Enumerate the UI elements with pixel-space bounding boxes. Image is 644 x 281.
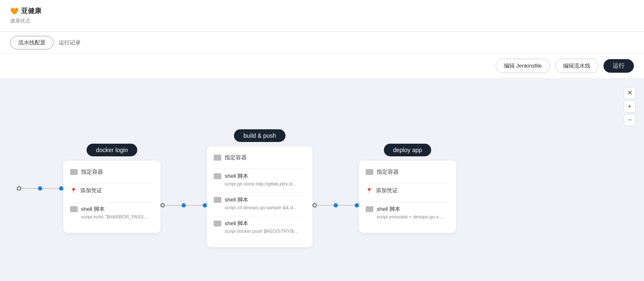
health-status: 健康状态 [10, 17, 634, 25]
conn-dot-m1-1 [160, 203, 165, 207]
conn-line-m1-2 [186, 205, 203, 206]
step-container-3-label: 指定容器 [377, 168, 399, 176]
step-shell-5-label: shell 脚本 [377, 205, 400, 213]
middle-connector-2 [312, 203, 359, 207]
conn-dot-m2-1 [312, 203, 317, 207]
left-connector [17, 186, 63, 191]
connector-dot-end [59, 186, 63, 191]
tabs-bar: 流水线配置 运行记录 [0, 32, 644, 54]
step-shell-3-script: script cd devops-go-sample && d... [214, 205, 306, 210]
conn-dot-m2-3 [355, 203, 359, 207]
workspace-header: 编辑 Jenkinsfile 编辑流水线 运行 [0, 54, 644, 79]
divider-7 [366, 202, 449, 202]
heart-icon: 🧡 [10, 7, 19, 15]
step-shell-3-label: shell 脚本 [225, 196, 248, 204]
step-credential-2: 📍 添加凭证 [366, 187, 449, 196]
zoom-out-button[interactable]: − [624, 114, 636, 126]
conn-dot-m2-2 [334, 203, 338, 207]
connector-dot-start [17, 186, 21, 191]
step-shell-1: shell 脚本 script echo "$HARBOR_PASS... [70, 205, 154, 219]
step-shell-3: shell 脚本 script cd devops-go-sample && d… [214, 196, 306, 210]
step-credential-1-label: 添加凭证 [80, 187, 102, 194]
pipeline-canvas: ✕ + − docker login 指定容器 [0, 79, 644, 281]
stage-build-push: build & push 指定容器 shell 脚本 script [207, 129, 312, 247]
tab-pipeline-config[interactable]: 流水线配置 [10, 36, 54, 49]
step-shell-4-script: script docker push $REGISTRY/$... [214, 229, 306, 234]
terminal-icon-6 [214, 221, 221, 226]
step-container-2-label: 指定容器 [225, 154, 247, 161]
conn-line-m2-1 [317, 205, 334, 206]
terminal-icon-2 [70, 206, 78, 212]
divider-1 [70, 183, 154, 183]
step-shell-1-label: shell 脚本 [81, 205, 105, 213]
connector-line-2 [42, 188, 59, 189]
conn-line-m2-2 [338, 205, 355, 206]
step-shell-4-label: shell 脚本 [225, 220, 248, 227]
edit-pipeline-button[interactable]: 编辑流水线 [555, 59, 598, 73]
stage-deploy-app-card: 指定容器 📍 添加凭证 shell 脚本 [359, 161, 456, 233]
conn-dot-m1-3 [203, 203, 207, 207]
terminal-icon-8 [366, 206, 373, 212]
zoom-in-button[interactable]: + [624, 101, 636, 112]
step-shell-2: shell 脚本 script git clone http://gitlab.… [214, 172, 306, 186]
divider-6 [366, 183, 449, 183]
step-container-2: 指定容器 [214, 154, 306, 163]
step-shell-2-label: shell 脚本 [225, 172, 248, 180]
stage-build-push-card: 指定容器 shell 脚本 script git clone http://gi… [207, 146, 312, 247]
title-text: 亚健康 [21, 7, 41, 16]
terminal-icon-5 [214, 197, 221, 203]
pin-icon-2: 📍 [366, 188, 372, 194]
divider-5 [214, 216, 306, 216]
divider-2 [70, 202, 154, 202]
step-credential-2-label: 添加凭证 [376, 187, 398, 194]
step-shell-2-script: script git clone http://gitlab.jdzx.lo..… [214, 181, 306, 186]
terminal-icon-4 [214, 173, 221, 179]
terminal-icon-3 [214, 155, 221, 161]
pipeline-row: docker login 指定容器 📍 添加凭证 [17, 129, 456, 247]
divider-4 [214, 192, 306, 193]
zoom-close-button[interactable]: ✕ [624, 87, 636, 99]
step-container-3: 指定容器 [366, 168, 449, 177]
edit-jenkinsfile-button[interactable]: 编辑 Jenkinsfile [496, 59, 550, 73]
middle-connector-1 [160, 203, 207, 207]
tab-run-log[interactable]: 运行记录 [57, 36, 82, 49]
stage-docker-login-label[interactable]: docker login [87, 144, 137, 156]
conn-dot-m1-2 [182, 203, 186, 207]
connector-line-1 [21, 188, 38, 189]
terminal-icon-1 [70, 169, 78, 175]
connector-dot-middle [38, 186, 42, 191]
stage-deploy-app: deploy app 指定容器 📍 添加凭证 [359, 144, 456, 233]
page-header: 🧡 亚健康 健康状态 [0, 0, 644, 32]
run-button[interactable]: 运行 [603, 59, 634, 73]
app-title: 🧡 亚健康 [10, 7, 634, 16]
zoom-controls: ✕ + − [624, 87, 636, 126]
stage-build-push-label[interactable]: build & push [234, 129, 285, 142]
stage-docker-login-card: 指定容器 📍 添加凭证 shell 脚本 [63, 161, 160, 233]
step-container-1-label: 指定容器 [81, 168, 103, 176]
conn-line-m1-1 [165, 205, 182, 206]
step-credential-1: 📍 添加凭证 [70, 187, 154, 196]
terminal-icon-7 [366, 169, 373, 175]
step-shell-4: shell 脚本 script docker push $REGISTRY/$.… [214, 220, 306, 234]
pin-icon-1: 📍 [70, 188, 77, 194]
stage-docker-login: docker login 指定容器 📍 添加凭证 [63, 144, 160, 233]
step-shell-5-script: script envsubst < devops-go-s... [366, 214, 449, 219]
step-container-1: 指定容器 [70, 168, 154, 177]
step-shell-5: shell 脚本 script envsubst < devops-go-s..… [366, 205, 449, 219]
step-shell-1-script: script echo "$HARBOR_PASS... [70, 214, 154, 219]
divider-3 [214, 169, 306, 169]
stage-deploy-app-label[interactable]: deploy app [384, 144, 432, 156]
